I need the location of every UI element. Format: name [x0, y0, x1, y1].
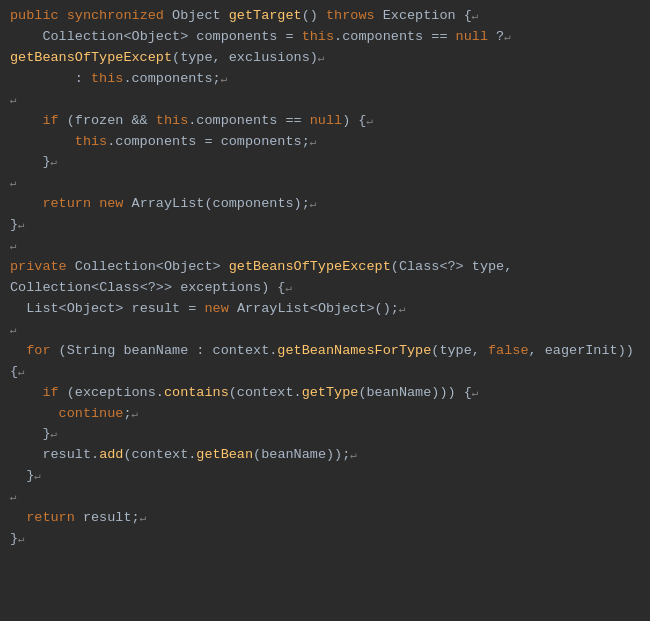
code-line: ↵	[10, 173, 640, 194]
token: beanName : context.	[115, 343, 277, 358]
token: .components;	[123, 71, 220, 86]
token: false	[488, 343, 529, 358]
code-line: : this.components;↵	[10, 69, 640, 90]
token: }	[10, 426, 51, 441]
code-line: if (frozen && this.components == null) {…	[10, 111, 640, 132]
code-line: this.components = components;↵	[10, 132, 640, 153]
token: ↵	[18, 219, 25, 231]
code-line: ↵	[10, 236, 640, 257]
token: (	[51, 343, 67, 358]
token: Object	[164, 259, 213, 274]
token: ↵	[285, 282, 292, 294]
token: <?>> exceptions) {	[140, 280, 286, 295]
token: Object	[132, 29, 181, 44]
token: (context.	[123, 447, 196, 462]
token	[10, 343, 26, 358]
token: String	[67, 343, 116, 358]
code-line: }↵	[10, 152, 640, 173]
token: {	[464, 8, 472, 23]
token: private	[10, 259, 75, 274]
token: .components ==	[334, 29, 456, 44]
code-line: result.add(context.getBean(beanName));↵	[10, 445, 640, 466]
token: , eagerInit))	[529, 343, 634, 358]
token: Exception	[383, 8, 464, 23]
token: getType	[302, 385, 359, 400]
token: > components =	[180, 29, 302, 44]
token: null	[310, 113, 342, 128]
code-line: public synchronized Object getTarget() t…	[10, 6, 640, 27]
token: continue	[59, 406, 124, 421]
token: List	[10, 301, 59, 316]
token: ↵	[310, 136, 317, 148]
token: (type,	[431, 343, 488, 358]
code-line: ↵	[10, 487, 640, 508]
code-line: return new ArrayList(components);↵	[10, 194, 640, 215]
token: ↵	[51, 156, 58, 168]
code-line: }↵	[10, 466, 640, 487]
token: new	[99, 196, 123, 211]
code-line: {↵	[10, 362, 640, 383]
token: (context.	[229, 385, 302, 400]
token	[91, 196, 99, 211]
token: ↵	[366, 115, 373, 127]
token: add	[99, 447, 123, 462]
token: if	[42, 113, 58, 128]
token: ↵	[399, 303, 406, 315]
token: return	[42, 196, 91, 211]
code-line: }↵	[10, 424, 640, 445]
token: ↵	[140, 512, 147, 524]
token: getBeansOfTypeExcept	[10, 50, 172, 65]
token: <	[59, 301, 67, 316]
code-line: }↵	[10, 215, 640, 236]
token: Object	[67, 301, 116, 316]
token: >();	[367, 301, 399, 316]
token: ↵	[472, 10, 479, 22]
token: {	[10, 364, 18, 379]
token: .components = components;	[107, 134, 310, 149]
token: this	[302, 29, 334, 44]
token: }	[10, 217, 18, 232]
token: null	[456, 29, 488, 44]
token	[10, 510, 26, 525]
token: Collection	[75, 259, 156, 274]
token: Collection	[10, 280, 91, 295]
code-line: getBeansOfTypeExcept(type, exclusions)↵	[10, 48, 640, 69]
token	[229, 301, 237, 316]
token: result;	[75, 510, 140, 525]
token: >	[213, 259, 229, 274]
token: .components ==	[188, 113, 310, 128]
token: ;	[123, 406, 131, 421]
token: ↵	[18, 533, 25, 545]
token: ↵	[504, 31, 511, 43]
token: ↵	[350, 449, 357, 461]
token: <	[91, 280, 99, 295]
code-line: Collection<Object> components = this.com…	[10, 27, 640, 48]
code-line: ↵	[10, 320, 640, 341]
token: getBean	[196, 447, 253, 462]
token: Object	[318, 301, 367, 316]
token: for	[26, 343, 50, 358]
code-line: ↵	[10, 90, 640, 111]
code-line: return result;↵	[10, 508, 640, 529]
token: Class	[99, 280, 140, 295]
token: Object	[172, 8, 229, 23]
code-line: continue;↵	[10, 404, 640, 425]
token: <?> type,	[439, 259, 512, 274]
code-editor: public synchronized Object getTarget() t…	[0, 0, 650, 621]
code-line: if (exceptions.contains(context.getType(…	[10, 383, 640, 404]
token: }	[10, 531, 18, 546]
token: getTarget	[229, 8, 302, 23]
token	[10, 406, 59, 421]
token: public	[10, 8, 67, 23]
token: <	[310, 301, 318, 316]
code-content: public synchronized Object getTarget() t…	[10, 6, 640, 550]
token: return	[26, 510, 75, 525]
token: ↵	[51, 428, 58, 440]
token: :	[10, 71, 91, 86]
token: ArrayList	[237, 301, 310, 316]
token: ↵	[10, 240, 17, 252]
token: throws	[326, 8, 383, 23]
token: synchronized	[67, 8, 172, 23]
token: ↵	[221, 73, 228, 85]
token: ↵	[10, 324, 17, 336]
